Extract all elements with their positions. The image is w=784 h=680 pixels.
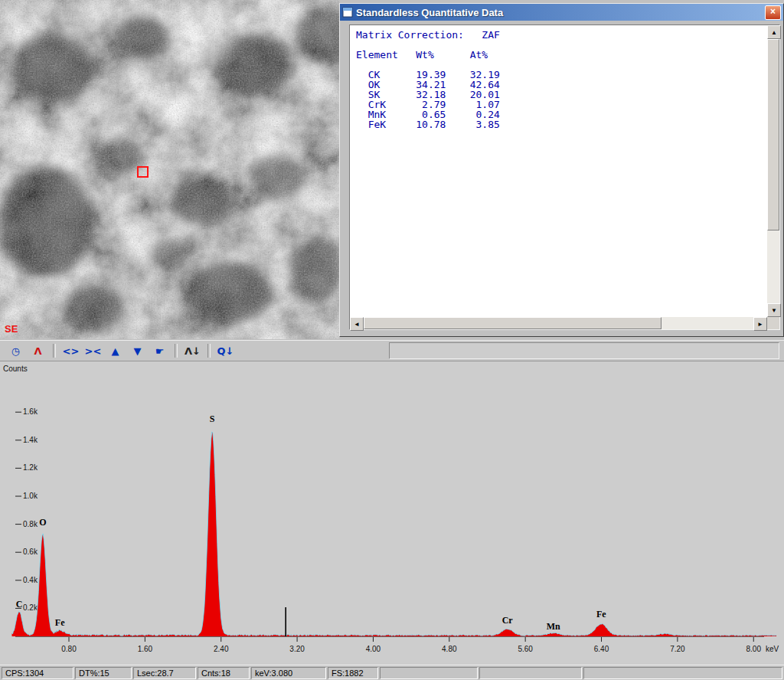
- x-tick-label: 3.20: [289, 645, 305, 653]
- peak-label-Cr: Cr: [502, 615, 514, 626]
- spectrum-plot[interactable]: Counts0.2k0.4k0.6k0.8k1.0k1.2k1.4k1.6k0.…: [0, 361, 784, 665]
- scrollbar-corner: [767, 317, 779, 329]
- y-tick-label: 0.6k: [23, 548, 38, 556]
- x-tick-label: 5.60: [518, 645, 533, 653]
- quant-down-icon[interactable]: Q↓: [215, 342, 236, 359]
- spectrum-line: [12, 432, 777, 636]
- peak-label-S: S: [210, 414, 215, 424]
- x-tick-label: 1.60: [138, 645, 153, 653]
- x-tick-label: 6.40: [594, 645, 609, 653]
- status-extra3: [583, 667, 782, 679]
- window-title: Standardless Quantitative Data: [356, 7, 762, 18]
- status-dt: DT%:15: [75, 667, 132, 679]
- status-extra1: [380, 667, 478, 679]
- status-cnts: Cnts:18: [198, 667, 250, 679]
- y-axis-title: Counts: [3, 365, 28, 373]
- quant-client-area: Matrix Correction: ZAF Element Wt% At% C…: [349, 25, 780, 330]
- x-axis-title: keV: [766, 645, 779, 653]
- x-tick-label: 8.00: [746, 645, 762, 653]
- peak-label-C: C: [16, 599, 23, 610]
- spectrum-fill: [12, 432, 777, 636]
- close-button[interactable]: ×: [765, 5, 781, 20]
- peak-label-Mn: Mn: [547, 621, 560, 632]
- toolbar-separator: [175, 344, 178, 358]
- status-kev: keV:3.080: [251, 667, 326, 679]
- quant-results-text: Matrix Correction: ZAF Element Wt% At% C…: [350, 25, 767, 134]
- peak-label-Fe: Fe: [55, 617, 65, 628]
- status-bar: CPS:1304DT%:15Lsec:28.7Cnts:18keV:3.080F…: [0, 665, 784, 680]
- expand-horizontal-icon[interactable]: <>: [60, 342, 81, 359]
- y-tick-label: 0.2k: [23, 603, 38, 612]
- y-tick-label: 1.4k: [23, 436, 38, 444]
- peak-scale-down-icon[interactable]: Λ↓: [182, 342, 203, 359]
- horizontal-scroll-thumb[interactable]: [364, 317, 662, 329]
- toolbar-separator: [207, 344, 211, 358]
- expand-vertical-icon[interactable]: ▲: [105, 342, 126, 359]
- y-tick-label: 1.2k: [23, 463, 38, 472]
- status-lsec: Lsec:28.7: [133, 667, 196, 679]
- quant-results: Matrix Correction: ZAF Element Wt% At% C…: [350, 25, 767, 317]
- stopwatch-icon[interactable]: ◷: [5, 342, 26, 359]
- sem-detector-label: SE: [5, 323, 18, 335]
- scroll-down-button[interactable]: ▼: [767, 303, 781, 317]
- x-tick-label: 0.80: [61, 645, 77, 653]
- x-tick-label: 4.80: [442, 645, 457, 653]
- x-tick-label: 4.00: [366, 645, 381, 653]
- scroll-right-button[interactable]: ►: [753, 317, 767, 331]
- hand-icon[interactable]: ☛: [149, 342, 170, 359]
- window-titlebar[interactable]: Standardless Quantitative Data ×: [340, 4, 783, 21]
- peak-label-O: O: [39, 517, 46, 528]
- toolbar-separator: [53, 344, 56, 358]
- spectrum-toolbar: ◷Λ<>><▲▼☛Λ↓Q↓: [0, 340, 784, 361]
- status-fs: FS:1882: [328, 667, 378, 679]
- horizontal-scrollbar[interactable]: ◄ ►: [350, 317, 767, 329]
- scroll-left-button[interactable]: ◄: [350, 317, 364, 331]
- vertical-scrollbar[interactable]: ▲ ▼: [767, 25, 779, 317]
- y-tick-label: 0.4k: [23, 576, 38, 584]
- status-extra2: [479, 667, 582, 679]
- quant-window: Standardless Quantitative Data × Matrix …: [339, 3, 784, 337]
- window-icon: [342, 7, 353, 18]
- shrink-vertical-icon[interactable]: ▼: [127, 342, 148, 359]
- peak-label-Fe: Fe: [596, 609, 606, 620]
- peak-id-icon[interactable]: Λ: [28, 342, 48, 359]
- scroll-up-button[interactable]: ▲: [767, 25, 781, 39]
- sem-image[interactable]: SE: [0, 0, 339, 339]
- x-tick-label: 7.20: [670, 645, 685, 653]
- spectrum-chart[interactable]: Counts0.2k0.4k0.6k0.8k1.0k1.2k1.4k1.6k0.…: [0, 361, 784, 665]
- sem-micrograph: SE: [0, 0, 339, 339]
- status-cps: CPS:1304: [2, 667, 74, 679]
- y-tick-label: 1.0k: [23, 492, 38, 500]
- y-tick-label: 0.8k: [23, 520, 38, 528]
- top-row: SE Standardless Quantitative Data × Matr…: [0, 0, 784, 340]
- shrink-horizontal-icon[interactable]: ><: [83, 342, 103, 359]
- vertical-scroll-thumb[interactable]: [767, 39, 779, 230]
- horizontal-scroll-track[interactable]: [364, 317, 753, 329]
- vertical-scroll-track[interactable]: [767, 39, 779, 303]
- toolbar-info-field: [389, 342, 779, 359]
- y-tick-label: 1.6k: [23, 407, 38, 416]
- eds-application: SE Standardless Quantitative Data × Matr…: [0, 0, 784, 680]
- x-tick-label: 2.40: [214, 645, 229, 653]
